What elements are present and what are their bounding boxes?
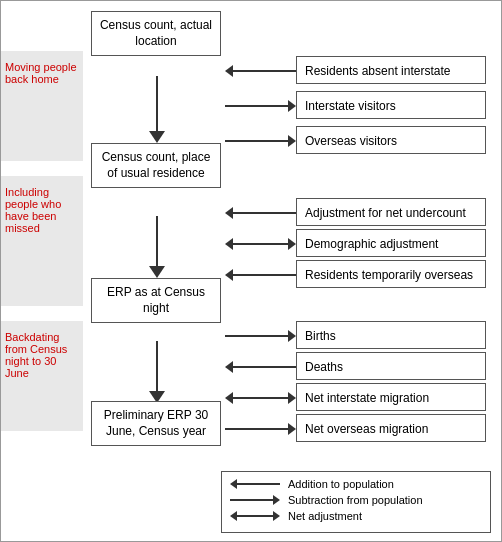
center-box-preliminary-erp: Preliminary ERP 30 June, Census year	[91, 401, 221, 446]
legend-arrow-addition	[230, 479, 280, 489]
arrow-head	[149, 266, 165, 278]
legend-item-net: Net adjustment	[230, 510, 482, 522]
arrow-shaft	[233, 243, 288, 245]
arrow-shaft	[233, 70, 296, 72]
arrow-shaft	[225, 335, 288, 337]
legend-text-net: Net adjustment	[288, 510, 362, 522]
arrow-adjustment-undercount	[225, 207, 296, 219]
arrow-shaft	[233, 274, 296, 276]
legend-shaft	[237, 483, 280, 485]
arrowhead-left	[225, 269, 233, 281]
right-box-adjustment-undercount: Adjustment for net undercount	[296, 198, 486, 226]
arrow-net-interstate	[225, 392, 296, 404]
arrow-shaft	[233, 212, 296, 214]
legend-arrowhead-left	[230, 511, 237, 521]
arrow-residents-overseas	[225, 269, 296, 281]
arrow-demographic-adjustment	[225, 238, 296, 250]
arrowhead-right	[288, 330, 296, 342]
arrowhead-right	[288, 100, 296, 112]
legend-arrow-net	[230, 511, 280, 521]
arrow-births	[225, 330, 296, 342]
right-box-deaths: Deaths	[296, 352, 486, 380]
legend-arrow-subtraction	[230, 495, 280, 505]
legend-item-subtraction: Subtraction from population	[230, 494, 482, 506]
arrowhead-left	[225, 238, 233, 250]
legend-arrowhead-left	[230, 479, 237, 489]
arrowhead-left	[225, 392, 233, 404]
arrowhead-right	[288, 392, 296, 404]
arrow-shaft	[225, 105, 288, 107]
arrow-shaft	[156, 76, 158, 131]
left-label-1: Moving people back home	[1, 59, 81, 87]
down-arrow-2	[149, 216, 165, 278]
arrow-overseas-visitors	[225, 135, 296, 147]
arrow-interstate-visitors	[225, 100, 296, 112]
arrowhead-left	[225, 65, 233, 77]
down-arrow-3	[149, 341, 165, 403]
arrow-shaft	[233, 366, 296, 368]
down-arrow-1	[149, 76, 165, 143]
right-box-residents-overseas: Residents temporarily overseas	[296, 260, 486, 288]
right-box-demographic-adjustment: Demographic adjustment	[296, 229, 486, 257]
legend-arrowhead-right	[273, 495, 280, 505]
arrowhead-right	[288, 135, 296, 147]
arrow-head	[149, 131, 165, 143]
arrow-shaft	[156, 341, 158, 391]
arrow-shaft	[233, 397, 288, 399]
legend-text-addition: Addition to population	[288, 478, 394, 490]
arrow-shaft	[156, 216, 158, 266]
arrowhead-left	[225, 207, 233, 219]
arrowhead-right	[288, 238, 296, 250]
arrow-net-overseas	[225, 423, 296, 435]
arrow-residents-absent	[225, 65, 296, 77]
right-box-interstate-visitors: Interstate visitors	[296, 91, 486, 119]
right-box-net-overseas: Net overseas migration	[296, 414, 486, 442]
center-box-census-actual: Census count, actual location	[91, 11, 221, 56]
legend-item-addition: Addition to population	[230, 478, 482, 490]
left-label-3: Backdating from Census night to 30 June	[1, 329, 81, 381]
arrow-deaths	[225, 361, 296, 373]
left-label-2: Including people who have been missed	[1, 184, 81, 236]
right-box-overseas-visitors: Overseas visitors	[296, 126, 486, 154]
arrowhead-left	[225, 361, 233, 373]
legend: Addition to population Subtraction from …	[221, 471, 491, 533]
arrow-shaft	[225, 428, 288, 430]
center-box-census-usual: Census count, place of usual residence	[91, 143, 221, 188]
center-box-erp-census: ERP as at Census night	[91, 278, 221, 323]
legend-text-subtraction: Subtraction from population	[288, 494, 423, 506]
diagram-container: Moving people back home Including people…	[0, 0, 502, 542]
legend-shaft	[237, 515, 273, 517]
legend-arrowhead-right	[273, 511, 280, 521]
arrowhead-right	[288, 423, 296, 435]
right-box-births: Births	[296, 321, 486, 349]
right-box-net-interstate: Net interstate migration	[296, 383, 486, 411]
arrow-shaft	[225, 140, 288, 142]
legend-shaft	[230, 499, 273, 501]
right-box-residents-absent: Residents absent interstate	[296, 56, 486, 84]
